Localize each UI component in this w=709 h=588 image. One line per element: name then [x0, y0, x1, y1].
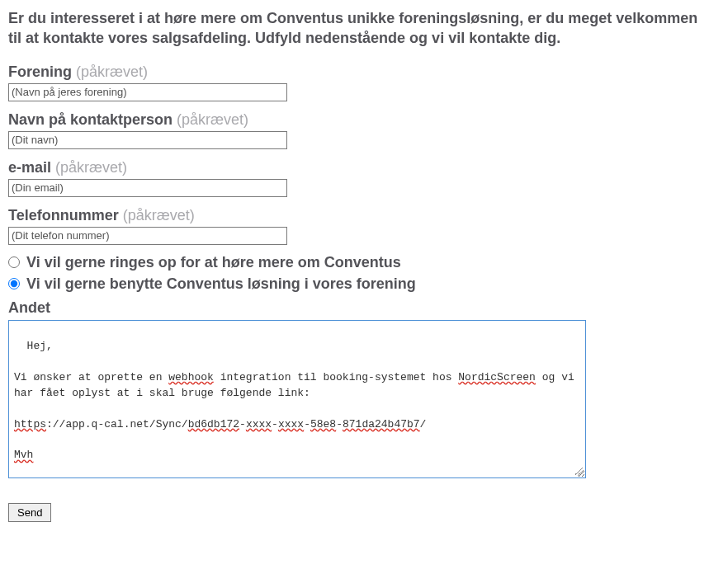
- label-forening-required: (påkrævet): [76, 64, 148, 80]
- label-telefon-required: (påkrævet): [123, 207, 195, 223]
- label-kontakt-text: Navn på kontaktperson: [8, 111, 173, 128]
- field-forening: Forening (påkrævet): [8, 64, 701, 101]
- resize-handle-icon: [575, 468, 584, 476]
- label-email: e-mail (påkrævet): [8, 159, 701, 176]
- radio-option-1[interactable]: [8, 256, 20, 268]
- input-email[interactable]: [8, 179, 287, 197]
- label-telefon: Telefonnummer (påkrævet): [8, 207, 701, 224]
- label-email-text: e-mail: [8, 159, 51, 176]
- radio-option-2[interactable]: [8, 278, 20, 289]
- send-button[interactable]: Send: [8, 503, 51, 522]
- label-kontakt: Navn på kontaktperson (påkrævet): [8, 111, 701, 129]
- label-forening: Forening (påkrævet): [8, 64, 701, 81]
- input-forening[interactable]: [8, 83, 287, 101]
- radio-label-2[interactable]: Vi vil gerne benytte Conventus løsning i…: [26, 276, 416, 291]
- field-email: e-mail (påkrævet): [8, 159, 701, 197]
- radio-label-1[interactable]: Vi vil gerne ringes op for at høre mere …: [26, 255, 401, 270]
- label-forening-text: Forening: [8, 64, 72, 80]
- input-kontakt[interactable]: [8, 131, 287, 149]
- radio-row-1: Vi vil gerne ringes op for at høre mere …: [8, 255, 701, 270]
- input-telefon[interactable]: [8, 227, 287, 245]
- label-kontakt-required: (påkrævet): [177, 111, 248, 128]
- textarea-andet[interactable]: Hej,Vi ønsker at oprette en webhook inte…: [8, 320, 586, 478]
- label-email-required: (påkrævet): [55, 159, 127, 176]
- intro-text: Er du interesseret i at høre mere om Con…: [8, 8, 701, 49]
- label-andet: Andet: [8, 299, 701, 317]
- field-kontakt: Navn på kontaktperson (påkrævet): [8, 111, 701, 149]
- radio-row-2: Vi vil gerne benytte Conventus løsning i…: [8, 276, 701, 291]
- label-telefon-text: Telefonnummer: [8, 207, 119, 223]
- field-telefon: Telefonnummer (påkrævet): [8, 207, 701, 245]
